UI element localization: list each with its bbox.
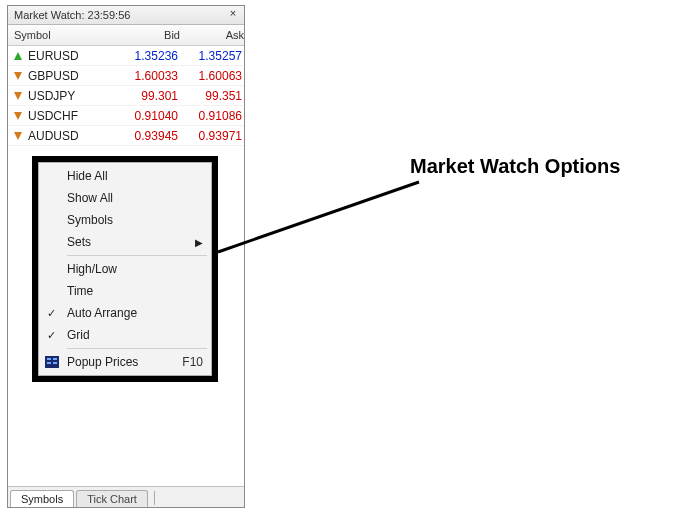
menu-grid[interactable]: Grid: [39, 324, 211, 346]
tab-separator: [154, 491, 155, 505]
tab-symbols[interactable]: Symbols: [10, 490, 74, 507]
menu-auto-arrange[interactable]: Auto Arrange: [39, 302, 211, 324]
symbol-label: USDCHF: [28, 109, 78, 123]
popup-prices-icon: [45, 355, 59, 369]
bottom-tabs: Symbols Tick Chart: [8, 486, 244, 507]
bid-price: 1.60033: [112, 69, 184, 83]
ask-price: 1.35257: [184, 49, 250, 63]
symbol-label: USDJPY: [28, 89, 75, 103]
table-row[interactable]: USDJPY 99.301 99.351: [8, 86, 244, 106]
symbol-label: GBPUSD: [28, 69, 79, 83]
menu-label: High/Low: [67, 262, 117, 276]
chevron-right-icon: ▶: [195, 237, 203, 248]
svg-rect-7: [53, 358, 57, 360]
svg-line-10: [218, 182, 419, 252]
bid-price: 1.35236: [112, 49, 184, 63]
menu-separator: [67, 348, 207, 349]
symbol-label: AUDUSD: [28, 129, 79, 143]
ask-price: 0.93971: [184, 129, 250, 143]
svg-marker-0: [14, 52, 22, 60]
context-menu: Hide All Show All Symbols Sets ▶ High/Lo…: [38, 162, 212, 376]
svg-marker-2: [14, 92, 22, 100]
symbol-label: EURUSD: [28, 49, 79, 63]
close-icon[interactable]: ×: [226, 7, 240, 21]
header-symbol[interactable]: Symbol: [8, 29, 114, 41]
arrow-down-icon: [12, 70, 24, 82]
menu-label: Popup Prices: [67, 355, 138, 369]
table-row[interactable]: AUDUSD 0.93945 0.93971: [8, 126, 244, 146]
menu-label: Auto Arrange: [67, 306, 137, 320]
tab-label: Tick Chart: [87, 493, 137, 505]
ask-price: 99.351: [184, 89, 250, 103]
table-row[interactable]: GBPUSD 1.60033 1.60063: [8, 66, 244, 86]
arrow-up-icon: [12, 50, 24, 62]
bid-price: 99.301: [112, 89, 184, 103]
menu-label: Sets: [67, 235, 91, 249]
table-row[interactable]: USDCHF 0.91040 0.91086: [8, 106, 244, 126]
menu-label: Time: [67, 284, 93, 298]
menu-separator: [67, 255, 207, 256]
svg-rect-9: [53, 362, 57, 364]
arrow-down-icon: [12, 110, 24, 122]
menu-symbols[interactable]: Symbols: [39, 209, 211, 231]
tab-tick-chart[interactable]: Tick Chart: [76, 490, 148, 507]
header-bid[interactable]: Bid: [114, 29, 186, 41]
svg-marker-1: [14, 72, 22, 80]
menu-high-low[interactable]: High/Low: [39, 258, 211, 280]
arrow-down-icon: [12, 130, 24, 142]
menu-label: Grid: [67, 328, 90, 342]
menu-show-all[interactable]: Show All: [39, 187, 211, 209]
ask-price: 0.91086: [184, 109, 250, 123]
menu-hide-all[interactable]: Hide All: [39, 165, 211, 187]
panel-titlebar[interactable]: Market Watch: 23:59:56 ×: [8, 6, 244, 25]
menu-label: Symbols: [67, 213, 113, 227]
menu-sets[interactable]: Sets ▶: [39, 231, 211, 253]
bid-price: 0.91040: [112, 109, 184, 123]
menu-shortcut: F10: [182, 355, 203, 369]
tab-label: Symbols: [21, 493, 63, 505]
context-menu-highlight: Hide All Show All Symbols Sets ▶ High/Lo…: [32, 156, 218, 382]
menu-popup-prices[interactable]: Popup Prices F10: [39, 351, 211, 373]
menu-label: Hide All: [67, 169, 108, 183]
menu-time[interactable]: Time: [39, 280, 211, 302]
svg-marker-4: [14, 132, 22, 140]
menu-label: Show All: [67, 191, 113, 205]
svg-rect-6: [47, 358, 51, 360]
annotation-label: Market Watch Options: [410, 155, 620, 178]
panel-title: Market Watch: 23:59:56: [14, 9, 130, 21]
market-watch-panel: Market Watch: 23:59:56 × Symbol Bid Ask …: [7, 5, 245, 508]
svg-marker-3: [14, 112, 22, 120]
table-header: Symbol Bid Ask: [8, 25, 244, 46]
bid-price: 0.93945: [112, 129, 184, 143]
instrument-list: EURUSD 1.35236 1.35257 GBPUSD 1.60033 1.…: [8, 46, 244, 146]
arrow-down-icon: [12, 90, 24, 102]
table-row[interactable]: EURUSD 1.35236 1.35257: [8, 46, 244, 66]
header-ask[interactable]: Ask: [186, 29, 252, 41]
svg-rect-8: [47, 362, 51, 364]
ask-price: 1.60063: [184, 69, 250, 83]
